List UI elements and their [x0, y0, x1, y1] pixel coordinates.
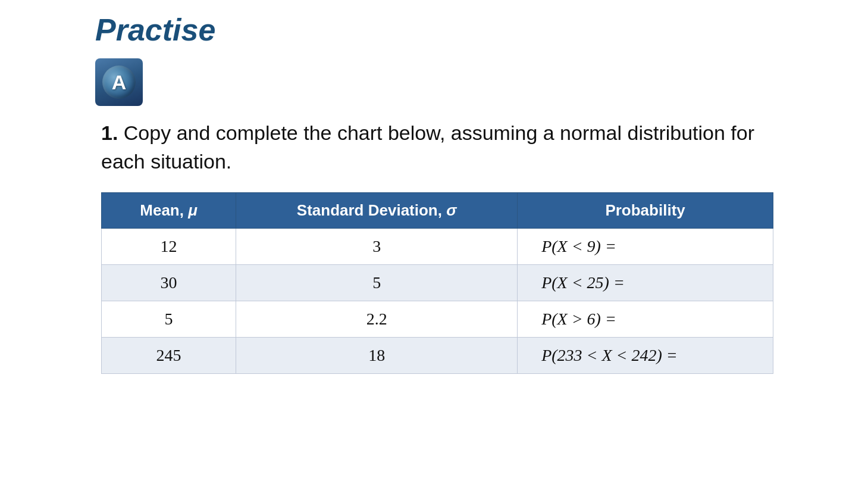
- table-row: 245 18 P(233 < X < 242) =: [102, 338, 773, 374]
- header-std-dev: Standard Deviation, σ: [236, 193, 518, 229]
- header-mean: Mean, μ: [102, 193, 236, 229]
- badge-circle: A: [102, 65, 136, 99]
- table-row: 5 2.2 P(X > 6) =: [102, 301, 773, 338]
- badge-letter: A: [112, 71, 127, 94]
- probability-table: Mean, μ Standard Deviation, σ Probabilit…: [101, 192, 773, 374]
- std-dev-value: 3: [236, 229, 518, 265]
- probability-value: P(X < 9) =: [518, 229, 773, 265]
- probability-value: P(X > 6) =: [518, 301, 773, 338]
- question-body: Copy and complete the chart below, assum…: [101, 121, 754, 173]
- mean-value: 5: [102, 301, 236, 338]
- section-badge: A: [95, 58, 773, 106]
- mean-value: 245: [102, 338, 236, 374]
- table-header-row: Mean, μ Standard Deviation, σ Probabilit…: [102, 193, 773, 229]
- badge-square: A: [95, 58, 143, 106]
- mean-value: 30: [102, 265, 236, 301]
- header-probability: Probability: [518, 193, 773, 229]
- probability-value: P(233 < X < 242) =: [518, 338, 773, 374]
- std-dev-value: 2.2: [236, 301, 518, 338]
- page-title: Practise: [95, 12, 773, 48]
- probability-value: P(X < 25) =: [518, 265, 773, 301]
- std-dev-value: 18: [236, 338, 518, 374]
- question-number: 1.: [101, 121, 118, 144]
- table-row: 30 5 P(X < 25) =: [102, 265, 773, 301]
- std-dev-value: 5: [236, 265, 518, 301]
- question-text: 1. Copy and complete the chart below, as…: [101, 119, 773, 176]
- mean-value: 12: [102, 229, 236, 265]
- table-row: 12 3 P(X < 9) =: [102, 229, 773, 265]
